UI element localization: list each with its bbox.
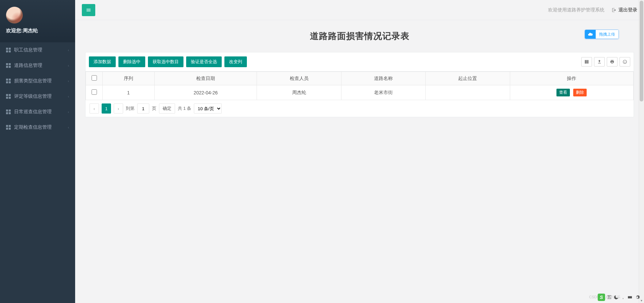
chevron-left-icon: ‹ (68, 79, 69, 83)
grid-icon (6, 63, 11, 68)
tool-icons (581, 57, 630, 67)
topbar: 欢迎使用道路养护管理系统 退出登录 (75, 0, 644, 20)
grid-icon (6, 79, 11, 83)
header-range: 起止位置 (426, 72, 510, 85)
export-icon[interactable] (594, 57, 605, 67)
data-card: 添加数据 删除选中 获取选中数目 验证是否全选 改变列 序列 检查日 (85, 52, 634, 117)
welcome-text: 欢迎您:周杰纶 (6, 28, 69, 34)
scrollbar-thumb[interactable] (640, 1, 643, 101)
grid-icon (6, 110, 11, 114)
settings-icon[interactable] (635, 295, 640, 300)
chevron-left-icon: ‹ (68, 63, 69, 68)
topbar-right: 欢迎使用道路养护管理系统 退出登录 (548, 7, 637, 13)
delete-button[interactable]: 删除 (573, 89, 587, 96)
info-icon[interactable] (620, 57, 630, 67)
user-name: 周杰纶 (23, 28, 38, 33)
pager-size-select[interactable]: 10 条/页 (194, 103, 222, 114)
menu-toggle-button[interactable] (82, 4, 95, 16)
verify-select-all-button[interactable]: 验证是否全选 (186, 56, 222, 67)
welcome-prefix: 欢迎您: (6, 28, 23, 33)
get-selected-count-button[interactable]: 获取选中数目 (148, 56, 183, 67)
pager-total: 共 1 条 (178, 105, 191, 112)
nav-item-road[interactable]: 道路信息管理‹ (0, 58, 75, 73)
add-data-button[interactable]: 添加数据 (89, 56, 116, 67)
pager-goto-label: 到第 (126, 105, 135, 112)
hamburger-icon (86, 7, 91, 13)
page-title: 道路路面损害情况记录表 (310, 30, 410, 42)
pager-page-1[interactable]: 1 (102, 103, 111, 114)
header-seq: 序列 (103, 72, 155, 85)
nav-label: 定期检查信息管理 (14, 124, 52, 130)
nav-label: 评定等级信息管理 (14, 93, 52, 99)
header-inspector: 检查人员 (257, 72, 341, 85)
row-checkbox-cell (86, 85, 103, 100)
table-header-row: 序列 检查日期 检查人员 道路名称 起止位置 操作 (86, 72, 634, 85)
chevron-left-icon: ‹ (68, 48, 69, 52)
nav-label: 道路信息管理 (14, 62, 42, 69)
nav-item-periodic-check[interactable]: 定期检查信息管理‹ (0, 120, 75, 135)
chevron-left-icon: ‹ (68, 125, 69, 129)
print-icon[interactable] (607, 57, 618, 67)
upload-label: 拖拽上传 (596, 30, 619, 39)
columns-icon[interactable] (581, 57, 592, 67)
title-row: 道路路面损害情况记录表 拖拽上传 (85, 30, 634, 42)
upload-widget[interactable]: 拖拽上传 (585, 30, 619, 39)
content: 道路路面损害情况记录表 拖拽上传 添加数据 删除选中 获取选中数目 验证是否全选… (75, 20, 644, 124)
nav-label: 日常巡查信息管理 (14, 109, 52, 115)
header-ops: 操作 (510, 72, 633, 85)
main-area: 欢迎使用道路养护管理系统 退出登录 道路路面损害情况记录表 拖拽上传 添加数据 … (75, 0, 644, 303)
nav-menu: 职工信息管理‹ 道路信息管理‹ 损害类型信息管理‹ 评定等级信息管理‹ 日常巡查… (0, 42, 75, 135)
delete-selected-button[interactable]: 删除选中 (118, 56, 145, 67)
cell-ops: 查看 删除 (510, 85, 633, 100)
header-road: 道路名称 (341, 72, 425, 85)
row-checkbox[interactable] (92, 89, 97, 95)
moon-icon[interactable] (613, 295, 619, 300)
pager-page-unit: 页 (152, 105, 156, 112)
nav-item-damage-type[interactable]: 损害类型信息管理‹ (0, 73, 75, 89)
user-box: 欢迎您:周杰纶 (0, 0, 75, 42)
change-columns-button[interactable]: 改变列 (224, 56, 247, 67)
grid-icon (6, 48, 11, 52)
pagination: ‹ 1 › 到第 页 确定 共 1 条 10 条/页 (86, 100, 634, 117)
grid-icon (6, 125, 11, 130)
table-toolbar: 添加数据 删除选中 获取选中数目 验证是否全选 改变列 (86, 52, 634, 72)
logout-label: 退出登录 (619, 7, 637, 13)
vertical-scrollbar[interactable]: ▾ (639, 0, 644, 303)
view-button[interactable]: 查看 (556, 89, 570, 96)
nav-item-grade[interactable]: 评定等级信息管理‹ (0, 89, 75, 104)
nav-item-daily-patrol[interactable]: 日常巡查信息管理‹ (0, 104, 75, 120)
pager-goto-input[interactable] (137, 103, 149, 114)
system-welcome: 欢迎使用道路养护管理系统 (548, 7, 604, 13)
ime-comma-icon: ， (621, 294, 625, 300)
ime-logo-icon[interactable]: S (598, 294, 605, 301)
cloud-icon (585, 30, 596, 39)
sidebar: 欢迎您:周杰纶 职工信息管理‹ 道路信息管理‹ 损害类型信息管理‹ 评定等级信息… (0, 0, 75, 303)
logout-icon (612, 8, 616, 12)
pager-next[interactable]: › (114, 103, 123, 114)
pager-confirm-button[interactable]: 确定 (159, 103, 175, 114)
data-table: 序列 检查日期 检查人员 道路名称 起止位置 操作 1 2022-04-26 周… (86, 72, 634, 100)
cell-date: 2022-04-26 (155, 85, 257, 100)
ime-label: 五 (607, 294, 611, 300)
grid-icon (6, 94, 11, 99)
header-date: 检查日期 (155, 72, 257, 85)
cell-range (426, 85, 510, 100)
select-all-checkbox[interactable] (92, 75, 97, 81)
logout-button[interactable]: 退出登录 (612, 7, 637, 13)
cell-road: 老米市街 (341, 85, 425, 100)
pager-prev[interactable]: ‹ (90, 103, 99, 114)
nav-label: 损害类型信息管理 (14, 78, 52, 84)
header-checkbox-cell (86, 72, 103, 85)
nav-label: 职工信息管理 (14, 47, 42, 53)
nav-item-staff[interactable]: 职工信息管理‹ (0, 42, 75, 58)
keyboard-icon[interactable] (627, 295, 633, 300)
ime-bar: S 五 ， (598, 294, 640, 301)
cell-seq: 1 (103, 85, 155, 100)
table-row: 1 2022-04-26 周杰纶 老米市街 查看 删除 (86, 85, 634, 100)
chevron-left-icon: ‹ (68, 94, 69, 98)
cell-inspector: 周杰纶 (257, 85, 341, 100)
avatar (6, 7, 23, 24)
chevron-left-icon: ‹ (68, 110, 69, 114)
